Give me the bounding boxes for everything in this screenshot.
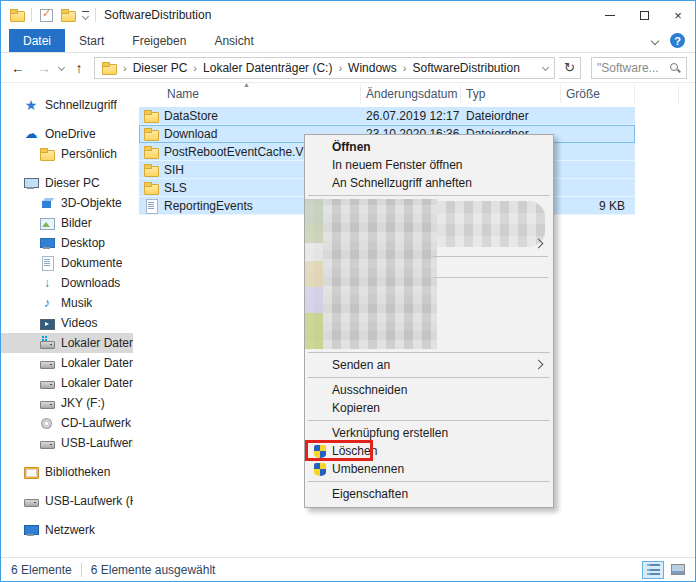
column-headers: ▲ Name Änderungsdatum Typ Größe [139,83,679,105]
pixelated-region [437,201,545,247]
search-value: "Software... [597,61,665,75]
tab-freigeben[interactable]: Freigeben [118,29,200,52]
sidebar-item-bibliotheken[interactable]: Bibliotheken [1,462,133,482]
menu-item-eigenschaften[interactable]: Eigenschaften [305,485,553,503]
download-icon: ↓ [39,275,55,291]
drive-icon [39,435,55,451]
breadcrumb-windows[interactable]: Windows [348,61,397,75]
recent-locations-icon[interactable] [58,64,65,71]
tab-start[interactable]: Start [65,29,118,52]
sidebar-item-3d-objekte[interactable]: 3D-Objekte [1,193,133,213]
refresh-button[interactable]: ↻ [559,57,581,79]
computer-icon [23,175,39,191]
menu-item-umbenennen[interactable]: Umbenennen [305,460,553,478]
ribbon-expand-icon[interactable] [651,36,659,44]
details-view-icon [647,564,660,575]
sidebar-item-dokumente[interactable]: Dokumente [1,253,133,273]
system-drive-icon [39,335,55,351]
sidebar-item-persoenlich[interactable]: Persönlich [1,144,133,164]
properties-checkbox-icon[interactable] [38,7,54,23]
help-icon[interactable]: ? [670,33,685,48]
forward-button[interactable]: → [33,57,55,79]
divider [31,8,32,22]
sidebar-item-netzwerk[interactable]: Netzwerk [1,520,133,540]
folder-icon [143,162,159,178]
new-folder-icon[interactable] [60,7,76,23]
navigation-pane: ★Schnellzugriff ☁OneDrive Persönlich Die… [1,83,133,557]
menu-item-kopieren[interactable]: Kopieren [305,399,553,417]
divider [81,563,82,577]
navigation-bar: ← → ↑ › Dieser PC › Lokaler Datenträger … [1,53,695,83]
address-bar[interactable]: › Dieser PC › Lokaler Datenträger (C:) ›… [94,57,555,79]
document-icon [39,255,55,271]
sidebar-item-lokaler-datentraeger-e[interactable]: Lokaler Datenträg [1,373,133,393]
sidebar-item-schnellzugriff[interactable]: ★Schnellzugriff [1,95,133,115]
breadcrumb-separator: › [192,62,198,74]
explorer-window: SoftwareDistribution × Datei Start Freig… [0,0,696,582]
redacted-menu-items[interactable] [305,199,553,349]
breadcrumb-lokaler-datentraeger[interactable]: Lokaler Datenträger (C:) [203,61,332,75]
uac-shield-icon [314,463,326,476]
column-header-name[interactable]: Name [139,85,361,103]
close-button[interactable]: × [661,1,695,29]
folder-icon [143,108,159,124]
column-header-modified[interactable]: Änderungsdatum [361,85,461,103]
sidebar-item-musik[interactable]: ♪Musik [1,293,133,313]
location-folder-icon [101,60,117,76]
sidebar-item-dieser-pc[interactable]: Dieser PC [1,173,133,193]
breadcrumb-softwaredistribution[interactable]: SoftwareDistribution [412,61,519,75]
sidebar-item-onedrive[interactable]: ☁OneDrive [1,124,133,144]
minimize-button[interactable] [593,1,627,29]
breadcrumb-separator: › [337,62,343,74]
window-title: SoftwareDistribution [104,8,211,22]
drive-icon [23,493,39,509]
details-view-button[interactable] [642,561,664,579]
tab-ansicht[interactable]: Ansicht [200,29,267,52]
pixelated-region [305,199,323,349]
sidebar-item-lokaler-datentraeger-d[interactable]: Lokaler Datenträg [1,353,133,373]
menu-item-senden-an[interactable]: Senden an [305,356,553,374]
sidebar-item-usb-laufwerk-h[interactable]: USB-Laufwerk (H: [1,433,133,453]
library-icon [23,464,39,480]
sidebar-item-usb-laufwerk-h-2[interactable]: USB-Laufwerk (H:) [1,491,133,511]
thumbnails-view-icon [671,564,685,575]
quick-access-toolbar [9,7,96,23]
sidebar-item-cd-laufwerk-g[interactable]: CD-Laufwerk (G:) [1,413,133,433]
maximize-button[interactable] [627,1,661,29]
back-button[interactable]: ← [7,57,29,79]
menu-item-an-schnellzugriff-anheften[interactable]: An Schnellzugriff anheften [305,174,553,192]
column-header-type[interactable]: Typ [461,85,561,103]
column-header-blank [635,85,679,103]
search-icon[interactable] [669,62,681,74]
menu-separator [308,377,550,378]
up-button[interactable]: ↑ [68,57,90,79]
search-input[interactable]: "Software... [591,57,687,79]
menu-item-in-neuem-fenster-oeffnen[interactable]: In neuem Fenster öffnen [305,156,553,174]
file-row-datastore[interactable]: DataStore 26.07.2019 12:17 Dateiordner [139,107,635,125]
breadcrumb-separator: › [402,62,408,74]
pictures-icon [39,215,55,231]
music-icon: ♪ [39,295,55,311]
qat-dropdown-icon[interactable] [82,11,89,19]
sidebar-item-lokaler-datentraeger-c[interactable]: Lokaler Datenträg [1,333,133,353]
menu-item-verknuepfung-erstellen[interactable]: Verknüpfung erstellen [305,424,553,442]
address-dropdown-icon[interactable] [542,64,549,71]
breadcrumb-dieser-pc[interactable]: Dieser PC [133,61,188,75]
ribbon-tabs: Datei Start Freigeben Ansicht ? [1,29,695,53]
sidebar-item-desktop[interactable]: Desktop [1,233,133,253]
sidebar-item-jky-f[interactable]: JKY (F:) [1,393,133,413]
menu-separator [308,352,550,353]
menu-item-loeschen[interactable]: Löschen [305,442,553,460]
cloud-icon: ☁ [23,126,39,142]
submenu-chevron-icon [534,360,544,370]
menu-separator [308,195,550,196]
sidebar-item-bilder[interactable]: Bilder [1,213,133,233]
menu-item-oeffnen[interactable]: Öffnen [305,138,553,156]
column-header-size[interactable]: Größe [561,85,635,103]
thumbnails-view-button[interactable] [667,561,689,579]
tab-datei[interactable]: Datei [9,29,65,52]
sidebar-item-videos[interactable]: Videos [1,313,133,333]
sidebar-item-downloads[interactable]: ↓Downloads [1,273,133,293]
menu-item-ausschneiden[interactable]: Ausschneiden [305,381,553,399]
folder-icon [39,146,55,162]
